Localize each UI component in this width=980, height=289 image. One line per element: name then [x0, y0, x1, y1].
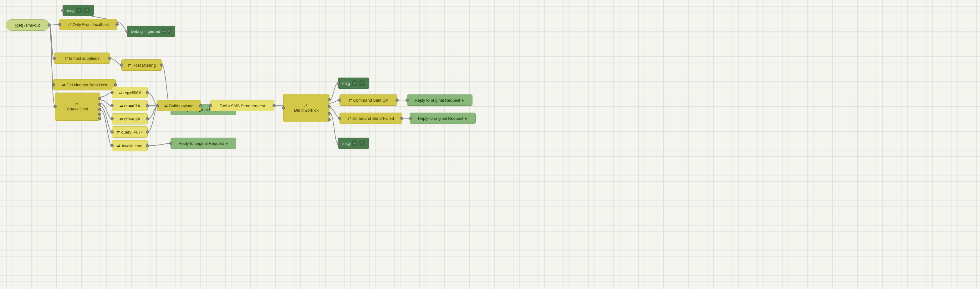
twilio-sms-label: Twilio SMS Send request: [220, 103, 265, 108]
twilio-port-left: [209, 104, 212, 107]
msg-top-port-left: [61, 9, 64, 12]
command-sent-ok-node[interactable]: ⇄ Command Sent OK: [339, 94, 398, 106]
twilio-sms-node[interactable]: Twilio SMS Send request: [210, 100, 274, 111]
off-port-right: [146, 117, 149, 121]
debug-right-icon: □: [167, 29, 171, 34]
only-from-localhost-node[interactable]: ⇄ Only From localhost: [59, 19, 117, 30]
did-it-icon: ⇄: [304, 103, 307, 108]
did-it-port-r1: [328, 98, 331, 101]
did-it-port-left: [282, 106, 285, 110]
host-missing-node[interactable]: ⇄ Host Missing: [121, 59, 162, 71]
is-host-port-left: [52, 57, 56, 60]
check-cmd-node[interactable]: ⇄ Check Cmd: [55, 92, 100, 121]
build-port-left: [156, 104, 159, 107]
check-cmd-label: Check Cmd: [67, 106, 88, 111]
reply-original-3-label: Reply to original Request: [418, 116, 463, 121]
command-send-failed-label: Command Send Failed: [352, 116, 394, 121]
invalid-cmd-node[interactable]: ⇄ Invalid cmd: [112, 140, 148, 151]
get-number-port-right: [114, 83, 117, 86]
did-it-port-r4: [328, 118, 331, 121]
query-07-label: query=#07#: [121, 130, 143, 135]
msg-mid-port-left: [337, 82, 340, 85]
on-port-left: [110, 104, 114, 107]
check-cmd-port-r3: [98, 108, 101, 111]
msg-mid-right-icon: □: [359, 80, 365, 86]
did-it-work-label: Did it work ok: [294, 108, 318, 113]
only-localhost-port-right: [115, 23, 119, 26]
cmd-ok-icon: ⇄: [348, 98, 352, 103]
query-07-node[interactable]: ⇄ query=#07#: [112, 126, 148, 138]
on-01-node[interactable]: ⇄ on=#01#: [112, 100, 148, 111]
get-number-node[interactable]: ⇄ Get Number from Host: [53, 79, 116, 91]
reply-original-4-node[interactable]: Reply to original Request ▶: [170, 138, 236, 149]
did-it-work-node[interactable]: ⇄ Did it work ok: [283, 94, 329, 122]
check-cmd-port-r4: [98, 113, 101, 116]
build-payload-node[interactable]: ⇄ Build payload: [157, 100, 201, 111]
reply-original-3-node[interactable]: Reply to original Request ▶: [410, 113, 476, 124]
check-cmd-port-r2: [98, 103, 101, 106]
is-host-icon: ⇄: [64, 56, 68, 61]
check-cmd-icon: ⇄: [75, 102, 78, 106]
only-from-localhost-label: Only From localhost: [73, 22, 109, 27]
msg-bottom-list-icon: ≡: [352, 140, 357, 146]
msg-bottom-right-icon: □: [359, 140, 365, 146]
msg-top-right-icon: □: [84, 8, 89, 13]
msg-top-node[interactable]: msg ≡ □: [62, 5, 94, 16]
check-cmd-port-r5: [98, 117, 101, 120]
reply-4-port-left: [169, 142, 172, 145]
debug-ignored-node[interactable]: Debug - Ignored ≡ □: [127, 25, 175, 37]
is-host-port-right: [108, 57, 111, 60]
debug-ignored-label: Debug - Ignored: [131, 29, 160, 34]
reply-arrow-3: ▶: [465, 117, 468, 120]
build-payload-label: Build payload: [169, 103, 193, 108]
get-number-port-left: [52, 83, 55, 86]
check-cmd-port-r1: [98, 97, 101, 100]
invalid-port-left: [110, 144, 114, 147]
host-missing-label: Host Missing: [132, 63, 156, 68]
is-host-supplied-node[interactable]: ⇄ Is host supplied?: [54, 52, 110, 64]
query-icon: ⇄: [116, 130, 120, 135]
cmd-fail-icon: ⇄: [348, 116, 351, 121]
debug-port-left: [126, 30, 129, 33]
invalid-icon: ⇄: [117, 144, 121, 148]
msg-bottom-label: msg: [342, 141, 350, 146]
twilio-port-right: [272, 104, 276, 107]
msg-bottom-port-left: [337, 142, 340, 145]
command-sent-ok-label: Command Sent OK: [353, 98, 389, 103]
msg-mid-node[interactable]: msg ≡ □: [338, 78, 369, 89]
msg-mid-label: msg: [342, 81, 350, 86]
get-sms-out-label: [get] /sms-out: [15, 23, 40, 27]
reg-icon: ⇄: [119, 91, 122, 95]
reply-arrow-2: ▶: [462, 98, 465, 102]
reply-2-port-left: [406, 98, 409, 102]
host-missing-port-left: [120, 64, 123, 67]
off-02-label: off=#02#: [124, 117, 140, 121]
reg-port-left: [110, 91, 114, 94]
msg-bottom-node[interactable]: msg ≡ □: [338, 138, 369, 149]
command-send-failed-node[interactable]: ⇄ Command Send Failed: [339, 113, 402, 124]
did-it-port-r2: [328, 105, 331, 108]
invalid-cmd-label: Invalid cmd: [122, 144, 142, 148]
msg-mid-list-icon: ≡: [352, 80, 357, 86]
reg-00-node[interactable]: ⇄ reg=#00#: [112, 87, 148, 98]
only-localhost-port-left: [58, 23, 61, 26]
reg-port-right: [146, 91, 149, 94]
debug-list-icon: ≡: [162, 29, 166, 34]
on-01-label: on=#01#: [124, 103, 140, 108]
reply-original-2-label: Reply to original Request: [415, 98, 460, 103]
off-port-left: [110, 117, 114, 121]
reply-original-2-node[interactable]: Reply to original Request ▶: [407, 94, 473, 106]
reply-original-4-label: Reply to original Request: [178, 141, 224, 146]
off-02-node[interactable]: ⇄ off=#02#: [112, 113, 148, 124]
cmd-fail-port-right: [400, 117, 403, 120]
build-icon: ⇄: [164, 103, 168, 108]
reg-00-label: reg=#00#: [123, 91, 140, 95]
did-it-port-r3: [328, 112, 331, 115]
only-localhost-icon: ⇄: [68, 22, 72, 27]
build-port-right: [199, 104, 202, 107]
get-sms-out-port-right: [48, 24, 51, 27]
get-sms-out-node[interactable]: [get] /sms-out: [6, 19, 49, 31]
msg-top-label: msg: [67, 8, 75, 13]
query-port-right: [146, 130, 149, 133]
cmd-ok-port-left: [338, 98, 341, 102]
